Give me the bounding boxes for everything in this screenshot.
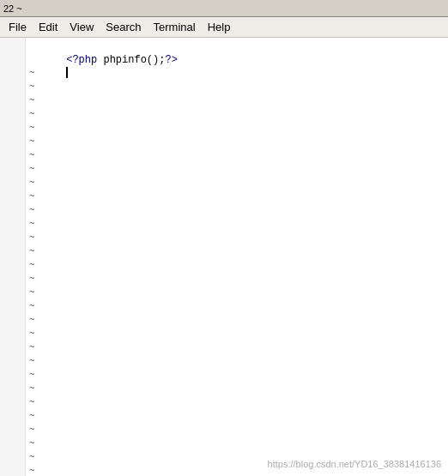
line-num-t16: [0, 259, 25, 273]
php-open-tag: <?php: [66, 54, 103, 66]
tilde-line-15: ~: [29, 259, 445, 273]
line-num-t6: [0, 122, 25, 136]
line-num-t4: [0, 94, 25, 108]
tilde-line-30: ~: [29, 465, 445, 476]
line-num-t28: [0, 424, 25, 437]
tilde-line-28: ~: [29, 437, 445, 451]
line-num-t5: [0, 108, 25, 122]
tilde-line-24: ~: [29, 383, 445, 396]
tilde-line-27: ~: [29, 424, 445, 437]
editor-container: <?php phpinfo();?> ~ ~ ~ ~ ~ ~ ~ ~ ~ ~ ~…: [0, 38, 448, 476]
line-num-t13: [0, 218, 25, 232]
tilde-line-16: ~: [29, 273, 445, 286]
tilde-line-3: ~: [29, 94, 445, 108]
line-num-1: [0, 39, 25, 53]
menu-file[interactable]: File: [3, 19, 32, 35]
tilde-line-5: ~: [29, 122, 445, 136]
tilde-line-8: ~: [29, 163, 445, 177]
line-num-t12: [0, 204, 25, 218]
tilde-line-2: ~: [29, 81, 445, 94]
tilde-line-20: ~: [29, 328, 445, 341]
tilde-line-13: ~: [29, 232, 445, 245]
line-num-t17: [0, 273, 25, 286]
line-num-t9: [0, 163, 25, 177]
line-num-t10: [0, 177, 25, 190]
tilde-line-4: ~: [29, 108, 445, 122]
line-num-t2: [0, 67, 25, 81]
title-bar-text: 22 ~: [3, 3, 22, 14]
tilde-line-6: ~: [29, 136, 445, 149]
tilde-line-19: ~: [29, 314, 445, 328]
tilde-line-1: ~: [29, 67, 445, 81]
line-num-t1: [0, 53, 25, 67]
line-num-t29: [0, 437, 25, 451]
line-num-t18: [0, 286, 25, 300]
line-num-t23: [0, 355, 25, 369]
tilde-line-14: ~: [29, 245, 445, 259]
tilde-line-29: ~: [29, 451, 445, 465]
line-num-t19: [0, 300, 25, 314]
line-numbers: [0, 38, 26, 476]
tilde-line-18: ~: [29, 300, 445, 314]
line-num-t14: [0, 232, 25, 245]
tilde-line-9: ~: [29, 177, 445, 190]
menu-edit[interactable]: Edit: [33, 19, 63, 35]
line-num-t30: [0, 451, 25, 465]
tilde-line-25: ~: [29, 396, 445, 410]
code-line-1: <?php phpinfo();?>: [29, 39, 445, 53]
menu-search[interactable]: Search: [100, 19, 146, 35]
tilde-line-26: ~: [29, 410, 445, 424]
php-close-tag: ?>: [165, 54, 177, 66]
tilde-line-21: ~: [29, 341, 445, 355]
line-num-t27: [0, 410, 25, 424]
tilde-line-17: ~: [29, 286, 445, 300]
line-num-t8: [0, 149, 25, 163]
tilde-line-22: ~: [29, 355, 445, 369]
menu-bar: File Edit View Search Terminal Help: [0, 17, 448, 38]
line-num-t7: [0, 136, 25, 149]
tilde-line-11: ~: [29, 204, 445, 218]
tilde-line-7: ~: [29, 149, 445, 163]
line-num-t25: [0, 383, 25, 396]
line-num-t26: [0, 396, 25, 410]
editor-content[interactable]: <?php phpinfo();?> ~ ~ ~ ~ ~ ~ ~ ~ ~ ~ ~…: [26, 38, 448, 476]
tilde-line-10: ~: [29, 190, 445, 204]
line-num-t20: [0, 314, 25, 328]
tilde-line-12: ~: [29, 218, 445, 232]
line-num-t24: [0, 369, 25, 383]
menu-help[interactable]: Help: [203, 19, 236, 35]
line-num-t3: [0, 81, 25, 94]
line-num-t11: [0, 190, 25, 204]
line-num-t21: [0, 328, 25, 341]
php-function: phpinfo();: [103, 54, 165, 66]
tilde-line-23: ~: [29, 369, 445, 383]
line-num-t22: [0, 341, 25, 355]
title-bar: 22 ~: [0, 0, 448, 17]
text-cursor: [66, 67, 68, 78]
menu-view[interactable]: View: [64, 19, 99, 35]
menu-terminal[interactable]: Terminal: [148, 19, 201, 35]
line-num-t15: [0, 245, 25, 259]
